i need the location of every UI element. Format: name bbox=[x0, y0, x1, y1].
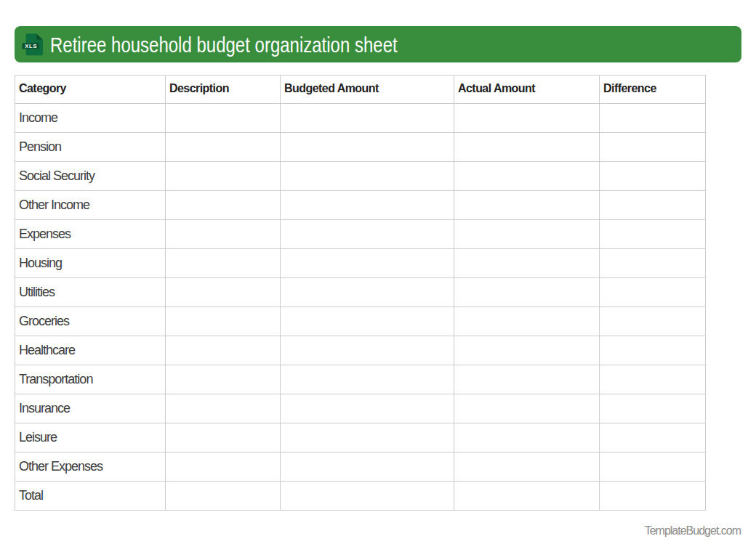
svg-text:XLS: XLS bbox=[25, 43, 37, 49]
